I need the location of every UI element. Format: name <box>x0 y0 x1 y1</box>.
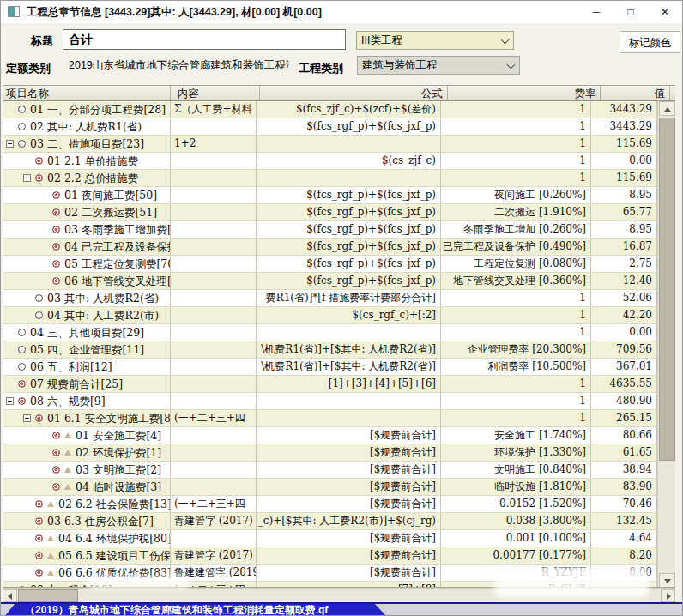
column-header-content[interactable]: 内容 <box>174 86 260 100</box>
item-name-cell: 02 2.2 总价措施费 <box>3 170 171 186</box>
column-header-value[interactable]: 值 <box>604 86 670 100</box>
column-header-name[interactable]: 项目名称 <box>3 86 171 100</box>
item-content <box>171 530 257 547</box>
item-name-cell: 03 其中: 人机费R2(省) <box>3 290 171 306</box>
table-row[interactable]: 01 一、分部分项工程费[28]Σ（人工费+材料$(fcs_zjf_c)+$(z… <box>3 101 675 118</box>
item-content <box>171 153 257 169</box>
table-row[interactable]: 01 夜间施工费[50]$(fcs_rgf_p)+$(fcs_jxf_p)夜间施… <box>3 187 675 204</box>
item-formula <box>257 324 441 341</box>
table-row[interactable]: 03 冬雨季施工增加费[$(fcs_rgf_p)+$(fcs_jxf_p)冬雨季… <box>3 221 675 239</box>
table-row[interactable]: 05 6.5 建设项目工伤保青建管字 (2017)[$规费前合计]0.00177… <box>3 547 675 565</box>
item-name-cell: 03 6.3 住房公积金[7] <box>3 513 171 529</box>
item-name-cell: 01 夜间施工费[50] <box>3 187 171 203</box>
table-row[interactable]: 02 2.2 总价措施费1115.69 <box>3 170 675 187</box>
expander-minus-icon[interactable] <box>23 174 31 182</box>
close-button-icon[interactable]: ✕ <box>648 1 682 23</box>
scroll-down-icon[interactable] <box>659 573 675 588</box>
maximize-button-icon[interactable]: □ <box>613 1 648 23</box>
table-row[interactable]: 06 地下管线交叉处理[$(fcs_rgf_p)+$(fcs_jxf_p)地下管… <box>3 273 675 290</box>
item-formula: $(cs_rgf_c)+[:2] <box>257 307 441 323</box>
mark-color-button[interactable]: 标记颜色 <box>620 31 680 53</box>
quota-category-label: 定额类别 <box>6 61 51 76</box>
table-row[interactable]: 04 已完工程及设备保护$(fcs_rgf_p)+$(fcs_jxf_p)已完工… <box>3 239 675 256</box>
scroll-left-icon[interactable] <box>3 589 17 602</box>
table-row[interactable]: 03 文明施工费[2][$规费前合计]文明施工 [0.840%]38.94 <box>3 462 675 479</box>
table-row[interactable]: 04 临时设施费[3][$规费前合计]临时设施 [1.810%]83.90 <box>3 479 675 496</box>
table-row[interactable]: 02 其中: 人机费R1(省)$(fcs_rgf_p)+$(fcs_jxf_p)… <box>3 118 675 136</box>
table-row[interactable]: 08 六、规费[9]1480.90 <box>3 393 675 410</box>
item-rate: 0.00177 [0.177%] <box>441 547 591 564</box>
table-row[interactable]: 02 环境保护费[1][$规费前合计]环境保护 [1.330%]61.65 <box>3 444 675 462</box>
project-class-select[interactable]: III类工程 <box>356 31 514 50</box>
node-dot-icon <box>18 397 26 405</box>
item-value: 115.69 <box>591 136 657 152</box>
item-name-cell: 02 环境保护费[1] <box>3 444 171 461</box>
expander-minus-icon[interactable] <box>6 140 14 148</box>
item-rate: 已完工程及设备保护 [0.490%] <box>441 239 591 255</box>
item-formula: [$规费前合计] <box>257 444 441 461</box>
expander-minus-icon[interactable] <box>23 414 31 422</box>
item-name: 05 6.5 建设项目工伤保 <box>3 547 171 564</box>
table-row[interactable]: 04 三、其他项目费[29]10.00 <box>3 324 675 341</box>
table-row[interactable]: 01 6.1 安全文明施工费[84(一+二+三+四1265.15 <box>3 410 675 427</box>
table-row[interactable]: 04 6.4 环境保护税[80][$规费前合计]0.001 [0.100%]4.… <box>3 530 675 547</box>
item-rate: 1 <box>441 410 591 426</box>
horizontal-scroll-thumb[interactable] <box>18 589 78 602</box>
expander-minus-icon[interactable] <box>6 397 14 405</box>
table-row[interactable]: 04 其中: 人工费R2(市)$(cs_rgf_c)+[:2]142.20 <box>3 307 675 324</box>
item-name-cell: 01 安全施工费[4] <box>3 427 171 444</box>
table-row[interactable]: 05 四、企业管理费[11]\机费R1(省)]+[$其中: 人机费R2(省)]企… <box>3 341 675 359</box>
item-rate: 1 <box>441 101 591 118</box>
table-row[interactable]: 01 安全施工费[4][$规费前合计]安全施工 [1.740%]80.66 <box>3 427 675 444</box>
item-name: 03 6.3 住房公积金[7] <box>3 513 154 529</box>
item-value: 480.90 <box>591 393 657 409</box>
item-content <box>171 307 257 323</box>
title-input[interactable]: 合计 <box>63 29 346 50</box>
table-row[interactable]: 02 6.2 社会保险费[13](一+二+三+四[$规费前合计]0.0152 [… <box>3 496 675 513</box>
node-circle-icon <box>18 106 26 113</box>
item-rate: 1 <box>441 170 591 186</box>
table-row[interactable]: 02 二次搬运费[51]$(fcs_rgf_p)+$(fcs_jxf_p)二次搬… <box>3 204 675 221</box>
scroll-right-icon[interactable] <box>661 589 675 602</box>
project-category-select[interactable]: 建筑与装饰工程 <box>357 56 520 75</box>
vertical-scroll-thumb[interactable] <box>659 118 675 461</box>
item-rate: 1 <box>441 290 591 306</box>
item-rate: 0.001 [0.100%] <box>441 530 591 547</box>
node-dot-icon <box>52 260 60 268</box>
item-value: 8.95 <box>591 187 657 203</box>
node-circle-icon <box>18 329 26 336</box>
table-row[interactable]: 07 规费前合计[25][1]+[3]+[4]+[5]+[6]14635.55 <box>3 376 675 393</box>
item-formula: $(fcs_rgf_p)+$(fcs_jxf_p) <box>257 187 441 203</box>
item-value: 709.56 <box>591 341 657 358</box>
item-value: 4635.55 <box>591 376 657 392</box>
item-name: 02 环境保护费[1] <box>3 444 161 461</box>
item-content <box>171 444 257 461</box>
column-header-formula[interactable]: 公式 <box>263 86 448 100</box>
column-header-rate[interactable]: 费率 <box>450 86 601 100</box>
item-rate: 企业管理费率 [20.300%] <box>441 341 591 358</box>
table-row[interactable]: 01 2.1 单价措施费$(cs_zjf_c)10.00 <box>3 153 675 170</box>
item-content <box>171 256 257 272</box>
vertical-scrollbar[interactable] <box>657 101 675 588</box>
tab-quota-file[interactable]: （2019）青岛城市地下综合管廊建筑和装饰工程消耗量定额取费.qf <box>3 604 389 616</box>
quota-category-select[interactable]: 2019山东省城市地下综合管廊建筑和装饰工程消 <box>64 57 289 75</box>
item-formula: $(fcs_rgf_p)+$(fcs_jxf_p) <box>257 221 441 238</box>
item-content <box>171 324 257 341</box>
node-dot-icon <box>52 208 60 216</box>
item-formula <box>257 410 441 426</box>
node-dot-icon <box>35 414 43 422</box>
scroll-up-icon[interactable] <box>659 101 675 116</box>
table-row[interactable]: 03 6.3 住房公积金[7]青建管字 (2017)_c)+[$其中: 人工费R… <box>3 513 675 530</box>
item-formula: $(fcs_rgf_p)+$(fcs_jxf_p) <box>257 239 441 255</box>
item-value: 16.87 <box>591 239 657 255</box>
table-row[interactable]: 03 二、措施项目费[23]1+21115.69 <box>3 136 675 153</box>
minimize-button-icon[interactable]: ─ <box>579 1 613 23</box>
item-rate: 0.038 [3.800%] <box>441 513 591 529</box>
item-content <box>171 239 257 255</box>
item-name-cell: 05 四、企业管理费[11] <box>3 341 171 358</box>
table-row[interactable]: 05 工程定位复测费[70$(fcs_rgf_p)+$(fcs_jxf_p)工程… <box>3 256 675 273</box>
table-row[interactable]: 03 其中: 人机费R2(省)费R1(省)]*[f 措施费率计费部分合计]152… <box>3 290 675 307</box>
table-row[interactable]: 06 五、利润[12]\机费R1(省)]+[$其中: 人机费R2(省)]利润费率… <box>3 359 675 376</box>
item-formula: _c)+[$其中: 人工费R2(市)]+$(cj_rg) <box>257 513 441 529</box>
item-rate: 1 <box>441 376 591 392</box>
